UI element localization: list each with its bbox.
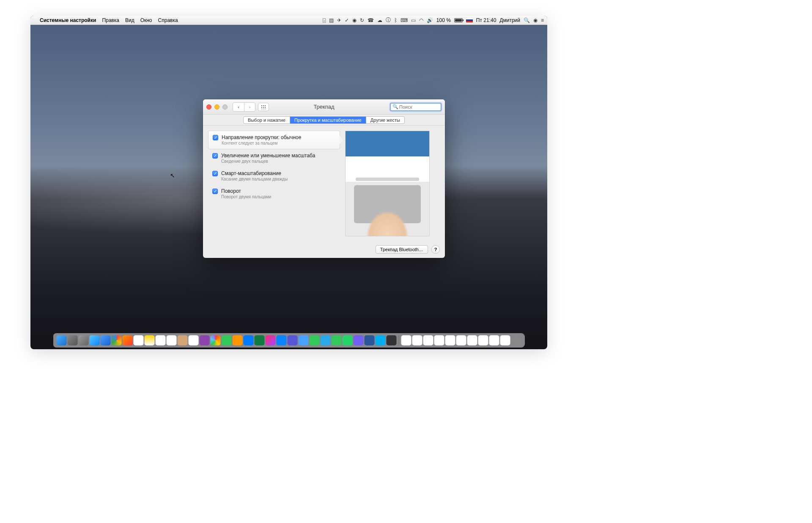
search-field[interactable]: 🔍 <box>390 103 442 111</box>
tab-scroll-zoom[interactable]: Прокрутка и масштабирование <box>290 117 366 123</box>
siri-icon[interactable]: ◉ <box>533 17 538 23</box>
option-zoom[interactable]: ✓ Увеличение или уменьшение масштаба Све… <box>208 149 340 167</box>
option-scroll-direction[interactable]: ✓ Направление прокрутки: обычное Контент… <box>208 131 340 149</box>
input-language-flag[interactable] <box>466 18 473 22</box>
battery-percent[interactable]: 100 % <box>436 17 451 23</box>
firefox-icon[interactable] <box>123 335 133 345</box>
menu-edit[interactable]: Правка <box>102 17 119 23</box>
option-rotate[interactable]: ✓ Поворот Поворот двумя пальцами <box>208 185 340 203</box>
doc-icon[interactable] <box>401 335 411 345</box>
checkbox-smart-zoom[interactable]: ✓ <box>212 171 218 176</box>
sync-icon[interactable]: ↻ <box>360 17 364 23</box>
pages-icon[interactable] <box>189 335 199 345</box>
launchpad-icon[interactable] <box>68 335 78 345</box>
excel-icon[interactable] <box>255 335 265 345</box>
help-button[interactable]: ? <box>431 245 440 254</box>
disk-icon[interactable]: ▤ <box>329 17 334 23</box>
reminders-icon[interactable] <box>156 335 166 345</box>
volume-icon[interactable]: 🔊 <box>427 17 433 23</box>
whatsapp-icon[interactable] <box>343 335 353 345</box>
app-icon[interactable] <box>299 335 309 345</box>
bluetooth-icon[interactable]: ᛒ <box>394 17 397 23</box>
settings-icon[interactable] <box>79 335 89 345</box>
doc-icon[interactable] <box>500 335 510 345</box>
option-subtitle: Сведение двух пальцев <box>221 159 336 164</box>
option-title: Направление прокрутки: обычное <box>222 134 335 140</box>
viber-icon[interactable] <box>354 335 364 345</box>
safari-icon[interactable] <box>90 335 100 345</box>
app-icon[interactable] <box>244 335 254 345</box>
keyboard-icon[interactable]: ⌨ <box>401 17 408 23</box>
app-icon[interactable] <box>233 335 243 345</box>
checkbox-zoom[interactable]: ✓ <box>212 153 218 159</box>
telegram-icon[interactable] <box>321 335 331 345</box>
doc-icon[interactable] <box>445 335 455 345</box>
wifi-icon[interactable]: ◠ <box>419 17 423 23</box>
app-icon[interactable] <box>200 335 210 345</box>
skype-icon[interactable] <box>376 335 386 345</box>
app-icon[interactable] <box>288 335 298 345</box>
photos-icon[interactable] <box>211 335 221 345</box>
titlebar[interactable]: ‹ › Трекпад 🔍 <box>203 99 445 115</box>
mail-icon[interactable] <box>101 335 111 345</box>
search-input[interactable] <box>399 104 439 110</box>
doc-icon[interactable] <box>456 335 466 345</box>
spotlight-icon[interactable]: 🔍 <box>524 17 530 23</box>
check-icon[interactable]: ✓ <box>345 17 349 23</box>
telegram-icon[interactable]: ✈ <box>337 17 341 23</box>
doc-icon[interactable] <box>478 335 488 345</box>
app-icon[interactable] <box>387 335 397 345</box>
notification-center-icon[interactable]: ≡ <box>541 17 544 23</box>
nav-buttons: ‹ › <box>233 102 255 112</box>
checkbox-rotate[interactable]: ✓ <box>212 189 218 194</box>
back-button[interactable]: ‹ <box>233 103 244 111</box>
battery-icon[interactable] <box>454 18 463 22</box>
menu-bar: Системные настройки Правка Вид Окно Спра… <box>30 16 547 25</box>
doc-icon[interactable] <box>467 335 477 345</box>
menu-window[interactable]: Окно <box>140 17 152 23</box>
app-menu[interactable]: Системные настройки <box>40 17 96 23</box>
close-button[interactable] <box>206 104 211 110</box>
options-list: ✓ Направление прокрутки: обычное Контент… <box>208 131 340 236</box>
finder-icon[interactable] <box>57 335 67 345</box>
itunes-icon[interactable] <box>266 335 276 345</box>
chrome-icon[interactable] <box>112 335 122 345</box>
calendar-icon[interactable] <box>167 335 177 345</box>
menu-help[interactable]: Справка <box>158 17 178 23</box>
search-icon: 🔍 <box>392 104 398 110</box>
show-all-button[interactable] <box>258 103 269 111</box>
user-name[interactable]: Дмитрий <box>499 17 520 23</box>
word-icon[interactable] <box>365 335 375 345</box>
contacts-icon[interactable] <box>178 335 188 345</box>
doc-icon[interactable] <box>434 335 444 345</box>
checkbox-scroll-direction[interactable]: ✓ <box>213 135 218 140</box>
clock[interactable]: Пт 21:40 <box>476 17 496 23</box>
screen-frame: Системные настройки Правка Вид Окно Спра… <box>30 16 547 349</box>
yandex-icon[interactable] <box>134 335 144 345</box>
dropbox-icon[interactable]: ⌺ <box>323 17 326 23</box>
messages-icon[interactable] <box>332 335 342 345</box>
tab-point-click[interactable]: Выбор и нажатие <box>244 117 290 123</box>
appstore-icon[interactable] <box>277 335 287 345</box>
minimize-button[interactable] <box>214 104 219 110</box>
viber-icon[interactable]: ☎ <box>368 17 374 23</box>
hand-icon <box>366 211 409 236</box>
forward-button: › <box>244 103 255 111</box>
bluetooth-trackpad-button[interactable]: Трекпад Bluetooth… <box>376 245 428 254</box>
dock <box>53 333 525 348</box>
doc-icon[interactable] <box>412 335 422 345</box>
menu-view[interactable]: Вид <box>125 17 134 23</box>
info-icon[interactable]: ⓘ <box>386 16 391 24</box>
option-smart-zoom[interactable]: ✓ Смарт-масштабирование Касание двумя па… <box>208 167 340 185</box>
notes-icon[interactable] <box>145 335 155 345</box>
app-icon[interactable] <box>310 335 320 345</box>
dock-separator <box>399 335 399 345</box>
status-icon[interactable]: ◉ <box>352 17 357 23</box>
doc-icon[interactable] <box>489 335 499 345</box>
tab-more-gestures[interactable]: Другие жесты <box>366 117 404 123</box>
trash-icon[interactable] <box>511 335 521 345</box>
doc-icon[interactable] <box>423 335 433 345</box>
cloud-icon[interactable]: ☁ <box>377 17 382 23</box>
display-icon[interactable]: ▭ <box>411 17 416 23</box>
app-icon[interactable] <box>222 335 232 345</box>
